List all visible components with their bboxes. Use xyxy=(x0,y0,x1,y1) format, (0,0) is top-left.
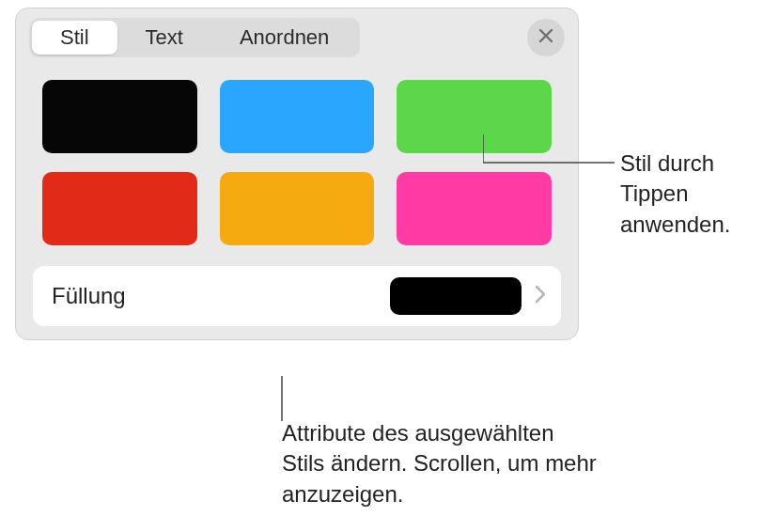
fill-color-value xyxy=(390,277,522,315)
style-panel: Stil Text Anordnen Füllung xyxy=(15,8,579,340)
tab-style[interactable]: Stil xyxy=(32,21,117,55)
tab-arrange[interactable]: Anordnen xyxy=(211,21,357,55)
style-swatch-pink[interactable] xyxy=(397,172,552,245)
style-swatch-grid xyxy=(16,57,578,262)
callout-leader-bottom xyxy=(277,376,287,421)
style-swatch-green[interactable] xyxy=(397,80,552,153)
fill-label: Füllung xyxy=(52,283,390,309)
callout-edit-attributes: Attribute des ausgewählten Stils ändern.… xyxy=(282,418,601,509)
close-icon xyxy=(537,27,554,48)
style-swatch-orange[interactable] xyxy=(220,172,375,245)
tab-text[interactable]: Text xyxy=(117,21,211,55)
panel-header: Stil Text Anordnen xyxy=(16,8,578,57)
chevron-right-icon xyxy=(535,285,546,307)
fill-row[interactable]: Füllung xyxy=(33,266,561,326)
style-swatch-black[interactable] xyxy=(42,80,197,153)
tab-segmented-control: Stil Text Anordnen xyxy=(29,18,360,57)
callout-tap-to-apply: Stil durch Tippen anwenden. xyxy=(620,149,752,240)
style-swatch-red[interactable] xyxy=(42,172,197,245)
close-button[interactable] xyxy=(527,19,565,56)
style-swatch-blue[interactable] xyxy=(220,80,375,153)
